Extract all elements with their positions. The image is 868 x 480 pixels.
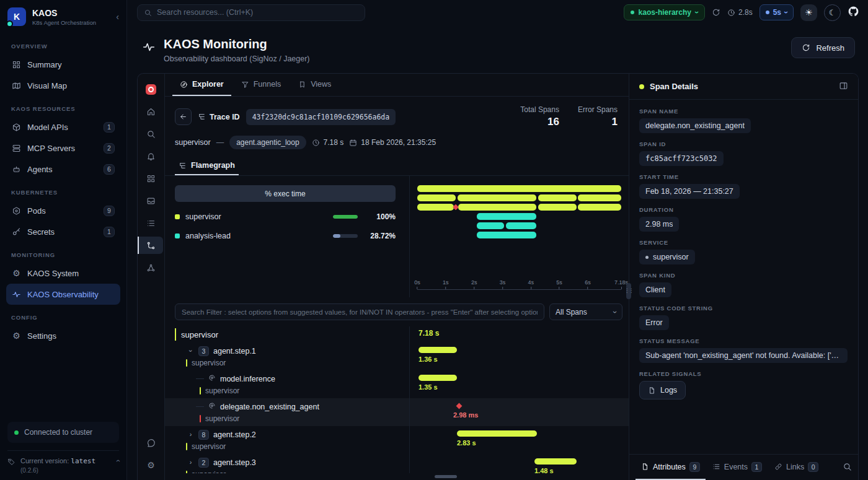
sidebar-item-label: MCP Servers bbox=[27, 144, 75, 153]
flame-bar[interactable] bbox=[477, 232, 536, 238]
rail-service-map[interactable] bbox=[138, 259, 164, 276]
flame-bar[interactable] bbox=[477, 222, 504, 229]
flame-bar[interactable] bbox=[417, 204, 454, 211]
rail-settings[interactable]: ⚙ bbox=[138, 456, 164, 474]
sidebar-item-settings[interactable]: ⚙ Settings bbox=[6, 325, 120, 346]
legend-row-supervisor[interactable]: supervisor 100% bbox=[175, 212, 396, 221]
span-duration-bar[interactable] bbox=[457, 430, 537, 437]
chevron-up-icon[interactable]: › bbox=[114, 460, 122, 462]
interval-dot-icon bbox=[766, 11, 769, 14]
details-search-icon[interactable] bbox=[843, 462, 852, 473]
scrollbar-thumb[interactable] bbox=[435, 475, 457, 478]
logs-button[interactable]: Logs bbox=[639, 381, 686, 399]
github-link[interactable] bbox=[848, 6, 859, 19]
span-row-agent-step-2[interactable]: › 8 agent.step.2 supervisor 2.83 s bbox=[165, 426, 629, 454]
trace-id-value[interactable]: 43f2320dc9c81acf10109c629656a6da bbox=[246, 109, 396, 125]
refresh-button[interactable]: Refresh bbox=[791, 37, 855, 58]
back-button[interactable] bbox=[175, 108, 192, 125]
error-marker-icon[interactable] bbox=[456, 403, 463, 409]
sidebar-item-kaos-system[interactable]: ⚙ KAOS System bbox=[6, 263, 120, 284]
sidebar-item-visual-map[interactable]: Visual Map bbox=[6, 75, 120, 96]
tab-attributes[interactable]: Attributes 9 bbox=[636, 455, 706, 480]
light-theme-button[interactable]: ☀ bbox=[800, 4, 817, 21]
span-duration-bar[interactable] bbox=[418, 375, 457, 381]
rail-services[interactable] bbox=[138, 192, 164, 209]
refresh-icon[interactable] bbox=[712, 8, 720, 17]
trace-duration: 7.18 s bbox=[312, 138, 344, 147]
map-icon bbox=[12, 81, 21, 90]
sidebar-item-agents[interactable]: Agents 6 bbox=[6, 159, 120, 180]
legend-row-analysis-lead[interactable]: analysis-lead 28.72% bbox=[175, 232, 396, 240]
interval-selector[interactable]: 5s › bbox=[760, 4, 794, 20]
sidebar-item-model-apis[interactable]: Model APIs 1 bbox=[6, 116, 120, 137]
rail-dashboards[interactable] bbox=[138, 170, 164, 187]
field-value-chip: supervisor bbox=[639, 250, 695, 264]
flamegraph-rows[interactable] bbox=[417, 185, 621, 241]
tab-views[interactable]: Views bbox=[291, 74, 339, 96]
span-duration-bar[interactable] bbox=[534, 458, 577, 465]
flame-bar[interactable] bbox=[477, 213, 536, 220]
flame-bar[interactable] bbox=[417, 194, 456, 201]
rail-logs[interactable] bbox=[138, 214, 164, 232]
span-filter-input[interactable] bbox=[175, 303, 544, 320]
flame-bar[interactable] bbox=[578, 194, 621, 201]
dash-separator: — bbox=[216, 138, 224, 147]
flame-bar[interactable] bbox=[506, 222, 536, 229]
rail-alerts[interactable] bbox=[138, 147, 164, 165]
panel-layout-icon[interactable] bbox=[839, 81, 848, 92]
connected-dot-icon bbox=[14, 430, 19, 435]
hierarchy-selector[interactable]: kaos-hierarchy › bbox=[624, 4, 705, 20]
sidebar-item-pods[interactable]: Pods 9 bbox=[6, 200, 120, 221]
server-icon bbox=[12, 144, 21, 153]
tab-links[interactable]: Links 0 bbox=[769, 455, 824, 480]
sidebar-item-summary[interactable]: Summary bbox=[6, 54, 120, 75]
span-row-delegate-non-existing-agent[interactable]: delegate.non_existing_agent supervisor 2… bbox=[165, 398, 629, 426]
span-duration: 2.83 s bbox=[457, 439, 476, 447]
span-duration: 2.98 ms bbox=[453, 411, 478, 419]
field-status-message: STATUS MESSAGE Sub-agent 'non_existing_a… bbox=[639, 338, 848, 363]
tab-funnels[interactable]: Funnels bbox=[234, 74, 288, 96]
rail-search[interactable] bbox=[138, 125, 164, 142]
flame-bar[interactable] bbox=[538, 194, 576, 201]
flame-bar[interactable] bbox=[417, 185, 621, 192]
legend-bar bbox=[333, 234, 358, 238]
span-row-agent-step-3[interactable]: › 2 agent.step.3 supervisor 1.48 s bbox=[165, 454, 629, 473]
field-value-chip: 2.98 ms bbox=[639, 217, 679, 232]
signoz-logo[interactable] bbox=[138, 81, 164, 98]
flamegraph-chart[interactable]: 0s1s2s3s4s5s6s7.18s bbox=[410, 176, 629, 297]
span-row-model-inference[interactable]: model.inference supervisor 1.35 s bbox=[165, 370, 629, 398]
trace-header: Trace ID 43f2320dc9c81acf10109c629656a6d… bbox=[165, 97, 629, 131]
rail-traces[interactable] bbox=[138, 237, 163, 254]
sidebar-item-mcp-servers[interactable]: MCP Servers 2 bbox=[6, 137, 120, 159]
sidebar-collapse-icon[interactable]: ‹ bbox=[116, 12, 119, 22]
spans-filter-select[interactable]: All Spans › bbox=[549, 303, 622, 320]
dark-theme-button[interactable]: ☾ bbox=[824, 4, 841, 21]
flame-bar[interactable] bbox=[458, 204, 536, 211]
version-info[interactable]: Current version: latest (0.2.6) › bbox=[7, 450, 119, 474]
collapse-icon[interactable]: › bbox=[187, 347, 194, 354]
span-row-agent-step-1[interactable]: › 3 agent.step.1 supervisor 1.36 s bbox=[165, 343, 629, 370]
horizontal-scrollbar[interactable] bbox=[165, 473, 629, 480]
tab-explorer[interactable]: Explorer bbox=[172, 74, 231, 96]
flame-bar[interactable] bbox=[458, 194, 536, 201]
span-duration-bar[interactable] bbox=[418, 347, 457, 353]
flame-bar[interactable] bbox=[578, 204, 621, 211]
chat-icon bbox=[146, 439, 156, 448]
panel-resize-handle[interactable]: ⋮⋮ bbox=[626, 283, 631, 299]
expand-icon[interactable]: › bbox=[187, 431, 194, 438]
sidebar-footer: Connected to cluster Current version: la… bbox=[0, 416, 126, 480]
search-input[interactable] bbox=[157, 8, 358, 17]
sidebar: K KAOS K8s Agent Orchestration ‹ OVERVIE… bbox=[0, 0, 127, 480]
sidebar-item-label: Summary bbox=[27, 60, 62, 69]
sidebar-item-secrets[interactable]: Secrets 1 bbox=[6, 221, 120, 242]
rail-home[interactable] bbox=[138, 103, 164, 120]
span-row-root[interactable]: supervisor 7.18 s bbox=[165, 326, 629, 343]
tab-flamegraph[interactable]: Flamegraph bbox=[175, 157, 239, 175]
sidebar-item-kaos-observability[interactable]: KAOS Observability bbox=[6, 284, 120, 305]
root-span-chip[interactable]: agent.agentic_loop bbox=[229, 136, 306, 149]
expand-icon[interactable]: › bbox=[187, 459, 194, 466]
global-search[interactable] bbox=[137, 4, 365, 21]
rail-feedback[interactable] bbox=[138, 434, 164, 452]
flame-bar[interactable] bbox=[538, 204, 576, 211]
tab-events[interactable]: Events 1 bbox=[707, 455, 768, 480]
